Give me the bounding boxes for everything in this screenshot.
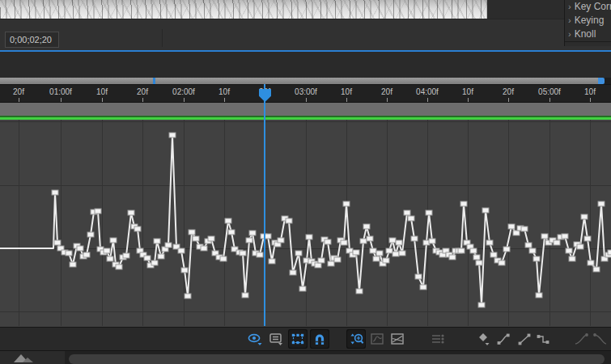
keyframe[interactable] (529, 248, 536, 253)
keyframe[interactable] (360, 239, 367, 243)
auto-zoom-graph-button[interactable] (346, 329, 366, 349)
keyframe[interactable] (569, 256, 575, 261)
keyframe[interactable] (83, 252, 90, 257)
keyframe[interactable] (363, 224, 370, 229)
keyframe[interactable] (265, 234, 271, 239)
keyframe[interactable] (341, 240, 347, 245)
keyframe[interactable] (415, 274, 422, 279)
hold-keyframe-button[interactable] (533, 329, 553, 349)
effects-category-knoll[interactable]: ›Knoll (565, 28, 611, 42)
keyframe[interactable] (420, 285, 426, 290)
time-navigator-end-handle[interactable] (598, 78, 605, 84)
keyframe[interactable] (54, 240, 61, 245)
keyframe[interactable] (353, 250, 359, 255)
keyframe[interactable] (334, 257, 341, 262)
keyframe[interactable] (389, 238, 396, 243)
keyframe-menu-button[interactable] (473, 329, 493, 349)
keyframe[interactable] (577, 244, 583, 249)
keyframe[interactable] (228, 230, 235, 235)
keyframe[interactable] (478, 303, 485, 307)
keyframe[interactable] (376, 251, 383, 256)
keyframe[interactable] (70, 262, 76, 267)
keyframe[interactable] (318, 258, 325, 263)
easy-ease-in-button[interactable] (571, 329, 591, 349)
keyframe[interactable] (77, 246, 83, 251)
auto-bezier-button[interactable] (494, 329, 513, 349)
keyframe[interactable] (396, 240, 402, 245)
keyframe[interactable] (249, 231, 256, 235)
keyframe[interactable] (278, 238, 284, 243)
time-navigator-thumb[interactable] (0, 78, 598, 84)
keyframe[interactable] (499, 260, 505, 265)
keyframe[interactable] (373, 256, 380, 261)
keyframe[interactable] (562, 234, 568, 239)
keyframe[interactable] (225, 218, 231, 223)
keyframe[interactable] (581, 214, 588, 219)
horizontal-scrollbar-thumb[interactable] (69, 354, 605, 364)
keyframe[interactable] (566, 248, 572, 253)
keyframe[interactable] (110, 238, 117, 243)
keyframe[interactable] (367, 236, 373, 241)
keyframe[interactable] (470, 248, 477, 253)
keyframe[interactable] (144, 256, 151, 260)
keyframe[interactable] (383, 258, 389, 263)
keyframe[interactable] (458, 248, 465, 253)
keyframe[interactable] (220, 256, 227, 261)
keyframe[interactable] (486, 240, 493, 245)
keyframe[interactable] (134, 226, 141, 231)
time-navigator[interactable] (0, 78, 611, 84)
keyframe[interactable] (598, 201, 605, 206)
graph-options-button[interactable] (266, 329, 286, 349)
keyframe[interactable] (392, 252, 399, 256)
keyframe[interactable] (181, 268, 188, 273)
keyframe[interactable] (482, 208, 489, 213)
keyframe[interactable] (449, 255, 456, 260)
keyframe[interactable] (325, 239, 331, 244)
keyframe[interactable] (429, 239, 435, 243)
fit-selection-button[interactable] (367, 329, 387, 349)
graph-editor-canvas[interactable] (0, 120, 611, 327)
keyframe[interactable] (52, 190, 58, 195)
keyframe[interactable] (107, 256, 113, 261)
keyframe[interactable] (158, 254, 164, 259)
separate-dimensions-button[interactable] (428, 329, 448, 349)
keyframe[interactable] (286, 218, 292, 223)
keyframe[interactable] (411, 236, 418, 241)
current-time-field[interactable]: 0;00;02;20 (5, 32, 59, 48)
keyframe[interactable] (128, 210, 134, 215)
keyframe[interactable] (473, 255, 480, 260)
keyframe[interactable] (208, 236, 214, 241)
keyframe[interactable] (503, 247, 510, 252)
keyframe[interactable] (242, 293, 248, 298)
keyframe[interactable] (269, 259, 275, 264)
keyframe[interactable] (370, 248, 376, 253)
keyframe[interactable] (536, 293, 542, 298)
keyframe[interactable] (201, 246, 207, 251)
keyframe[interactable] (185, 294, 191, 298)
keyframe[interactable] (490, 252, 497, 257)
keyframe[interactable] (541, 234, 548, 239)
keyframe[interactable] (399, 251, 405, 256)
keyframe[interactable] (165, 243, 172, 248)
keyframe[interactable] (193, 236, 199, 241)
effects-category-keying[interactable]: ›Keying (565, 14, 611, 28)
keyframe[interactable] (154, 239, 160, 243)
keyframe[interactable] (66, 251, 72, 256)
keyframe[interactable] (554, 240, 560, 245)
keyframe[interactable] (404, 210, 410, 215)
keyframe[interactable] (151, 260, 158, 265)
time-ruler[interactable]: 20f01:00f10f20f02:00f10f20f03:00f10f20f0… (0, 84, 611, 103)
keyframe[interactable] (386, 248, 392, 253)
keyframe[interactable] (290, 270, 296, 275)
show-transform-box-button[interactable] (288, 329, 308, 349)
snap-button[interactable] (310, 329, 329, 349)
keyframe[interactable] (608, 250, 611, 255)
mountain-icon[interactable] (13, 353, 37, 363)
keyframe[interactable] (584, 236, 591, 241)
fit-all-graphs-button[interactable] (388, 329, 407, 349)
keyframe[interactable] (246, 238, 252, 243)
keyframe[interactable] (426, 210, 432, 215)
effects-category-key-corr[interactable]: ›Key Corr (565, 0, 611, 14)
keyframe[interactable] (169, 133, 176, 138)
keyframe[interactable] (116, 265, 122, 269)
